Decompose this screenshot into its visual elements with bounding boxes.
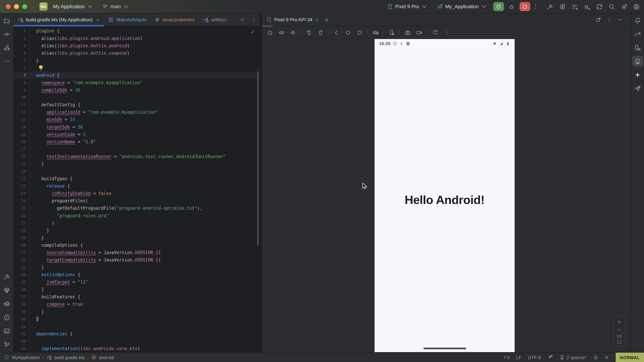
snapshots-icon[interactable]	[430, 28, 440, 37]
build-hammer-icon[interactable]	[547, 3, 554, 10]
code-line-16[interactable]: 16 versionName = "1.0"	[14, 138, 260, 145]
line-ending-widget[interactable]: LF	[516, 355, 522, 360]
zoom-in-button[interactable]: +	[618, 319, 621, 325]
close-icon[interactable]	[96, 17, 100, 22]
search-icon[interactable]	[608, 3, 615, 10]
tabstrip-scrollbar[interactable]	[262, 25, 273, 27]
logcat-cat-icon[interactable]	[1, 298, 12, 309]
device-screen[interactable]: 10:20 Hello Android!	[374, 39, 514, 352]
code-line-4[interactable]: 4 alias(libs.plugins.kotlin.compose)	[14, 49, 260, 57]
code-line-41[interactable]: 41	[14, 323, 260, 330]
code-line-24[interactable]: 24 proguardFiles(	[14, 197, 260, 204]
profiler-icon[interactable]	[572, 3, 578, 10]
code-line-25[interactable]: 25 getDefaultProguardFile("proguard-andr…	[14, 204, 260, 212]
code-line-18[interactable]: 18 testInstrumentationRunner = "androidx…	[14, 153, 260, 160]
gemini-sparkle-icon[interactable]	[632, 69, 643, 80]
screen-record-icon[interactable]	[414, 28, 424, 37]
code-line-19[interactable]: 19 }	[14, 160, 260, 167]
build-hammer-icon[interactable]	[1, 271, 12, 282]
indent-widget[interactable]: 2 spaces*	[559, 355, 586, 360]
pane-splitter[interactable]	[260, 13, 262, 352]
home-icon[interactable]	[343, 28, 352, 37]
breadcrumb-project[interactable]: MyApplication	[12, 355, 40, 360]
code-line-9[interactable]: 9 compileSdk = 36	[14, 86, 260, 93]
gem-icon[interactable]	[1, 285, 12, 296]
code-line-27[interactable]: 27 )	[14, 219, 260, 227]
airplane-icon[interactable]	[632, 83, 643, 94]
breadcrumb-file[interactable]: build.gradle.kts	[54, 355, 85, 360]
device-settings-icon[interactable]	[387, 28, 396, 37]
ai-assistant-off-icon[interactable]	[548, 355, 553, 360]
bell-icon[interactable]	[632, 15, 643, 26]
more-horizontal-icon[interactable]	[1, 56, 12, 66]
account-icon[interactable]	[633, 3, 640, 10]
vim-mode-badge[interactable]: NORMAL	[616, 352, 644, 362]
code-line-38[interactable]: 38 compose = true	[14, 301, 260, 308]
minimize-window-button[interactable]	[14, 4, 19, 9]
debug-button[interactable]	[506, 2, 517, 11]
inspection-ok-icon[interactable]: ✓	[250, 29, 255, 35]
zoom-out-button[interactable]: −	[618, 326, 621, 333]
code-line-43[interactable]: 43	[14, 337, 260, 345]
code-line-37[interactable]: 37 buildFeatures {	[14, 293, 260, 301]
close-icon[interactable]	[315, 17, 319, 22]
overview-icon[interactable]	[355, 28, 364, 37]
code-line-22[interactable]: 22 release {	[14, 182, 260, 190]
hide-panel-icon[interactable]	[617, 17, 622, 22]
code-line-29[interactable]: 29 }	[14, 234, 260, 241]
project-widget[interactable]: MA My Application	[36, 2, 97, 11]
tab-emulator-device[interactable]: Pixel 9 Pro API 34	[266, 17, 319, 22]
code-line-31[interactable]: 31 sourceCompatibility = JavaVersion.VER…	[14, 249, 260, 256]
folder-icon[interactable]	[1, 15, 12, 26]
encoding-widget[interactable]: UTF-8	[528, 355, 541, 360]
code-line-17[interactable]: 17	[14, 145, 260, 153]
code-line-1[interactable]: 1plugins {	[14, 27, 260, 34]
code-line-21[interactable]: 21 buildTypes {	[14, 175, 260, 182]
code-line-8[interactable]: 8 namespace = "com.example.myapplication…	[14, 79, 260, 86]
volume-up-icon[interactable]	[277, 28, 286, 37]
add-device-tab-button[interactable]	[324, 17, 330, 22]
quick-fix-bulb-icon[interactable]	[39, 65, 43, 70]
terminal-icon[interactable]	[1, 326, 12, 336]
stop-button[interactable]	[520, 2, 530, 11]
tab-local-properties[interactable]: local.properties	[150, 13, 199, 26]
breadcrumb-element[interactable]: android	[99, 355, 114, 360]
unlocked-icon[interactable]	[593, 355, 598, 360]
open-in-window-icon[interactable]	[596, 17, 601, 22]
maximize-window-button[interactable]	[22, 4, 27, 9]
code-line-26[interactable]: 26 "proguard-rules.pro"	[14, 212, 260, 219]
panel-options-kebab-icon[interactable]	[606, 17, 612, 22]
tab-mainactivity[interactable]: MainActivity.kt	[104, 13, 150, 26]
zoom-ratio-button[interactable]: 1:1	[617, 334, 622, 338]
code-line-34[interactable]: 34 kotlinOptions {	[14, 271, 260, 278]
editor-scrollbar[interactable]	[257, 71, 259, 245]
tab-overflow-chevron-icon[interactable]	[240, 17, 245, 22]
code-line-11[interactable]: 11 defaultConfig {	[14, 101, 260, 108]
vim-plugin-icon[interactable]: V	[605, 355, 608, 360]
running-devices-icon[interactable]	[632, 56, 643, 66]
code-line-32[interactable]: 32 targetCompatibility = JavaVersion.VER…	[14, 256, 260, 264]
code-line-36[interactable]: 36 }	[14, 286, 260, 293]
run-configuration-selector[interactable]: My_Application	[433, 2, 490, 11]
code-line-20[interactable]: 20	[14, 167, 260, 175]
code-line-10[interactable]: 10	[14, 93, 260, 101]
code-line-6[interactable]: 6	[14, 64, 260, 71]
code-line-14[interactable]: 14 targetSdk = 36	[14, 123, 260, 131]
code-line-5[interactable]: 5}	[14, 57, 260, 64]
code-line-42[interactable]: 42dependencies {	[14, 330, 260, 337]
sync-gradle-icon[interactable]	[596, 3, 603, 10]
close-window-button[interactable]	[6, 4, 10, 9]
structure-icon[interactable]	[1, 42, 12, 53]
code-line-28[interactable]: 28 }	[14, 227, 260, 234]
back-icon[interactable]	[332, 28, 341, 37]
code-line-35[interactable]: 35 jvmTarget = "11"	[14, 278, 260, 286]
caret-position-widget[interactable]: 7:9	[503, 355, 510, 360]
code-editor[interactable]: 1plugins {2 alias(libs.plugins.android.a…	[14, 26, 260, 352]
rotate-cw-icon[interactable]	[316, 28, 325, 37]
tab-settings-gradle[interactable]: settings.g	[199, 13, 236, 26]
code-line-23[interactable]: 23 isMinifyEnabled = false	[14, 190, 260, 197]
code-line-44[interactable]: 44 implementation(libs.androidx.core.ktx…	[14, 345, 260, 352]
tab-build-gradle[interactable]: build.gradle.kts (My Application)	[14, 13, 104, 26]
device-selector[interactable]: Pixel 9 Pro	[384, 2, 431, 11]
tab-options-kebab-icon[interactable]	[251, 17, 257, 22]
